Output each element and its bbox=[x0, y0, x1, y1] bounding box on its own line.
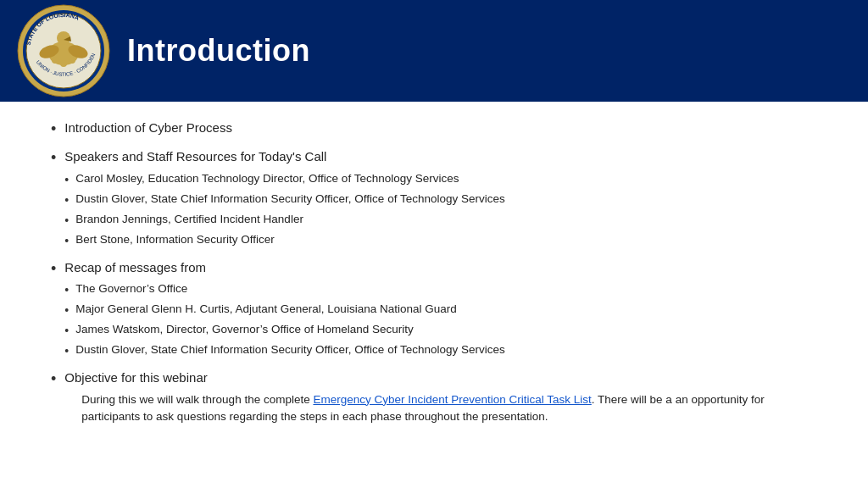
louisiana-seal-logo: STATE OF LOUISIANA UNION · JUSTICE · CON… bbox=[17, 4, 110, 97]
list-item-dustin2: • Dustin Glover, State Chief Information… bbox=[64, 341, 817, 360]
list-item-recap: • Recap of messages from • The Governor’… bbox=[51, 258, 817, 363]
svg-point-9 bbox=[60, 60, 67, 67]
item-text-intro: Introduction of Cyber Process bbox=[64, 119, 817, 138]
sub-bullet-icon: • bbox=[64, 342, 69, 360]
list-item-governors-office: • The Governor’s Office bbox=[64, 280, 817, 299]
content-area: • Introduction of Cyber Process • Speake… bbox=[0, 102, 868, 441]
sub-bullet-icon: • bbox=[64, 302, 69, 319]
sub-bullet-icon: • bbox=[64, 322, 69, 340]
sub-bullet-icon: • bbox=[64, 191, 69, 209]
list-item-intro: • Introduction of Cyber Process bbox=[51, 119, 817, 141]
item-text-objective: Objective for this webinar During this w… bbox=[64, 369, 817, 426]
objective-paragraph: During this we will walk through the com… bbox=[81, 391, 817, 427]
svg-point-8 bbox=[52, 57, 58, 64]
page-title: Introduction bbox=[127, 33, 310, 69]
bullet-icon-4: • bbox=[51, 368, 56, 391]
speakers-sub-list: • Carol Mosley, Education Technology Dir… bbox=[64, 170, 817, 250]
list-item-speakers: • Speakers and Staff Resources for Today… bbox=[51, 147, 817, 252]
svg-point-10 bbox=[69, 57, 75, 64]
item-text-speakers: Speakers and Staff Resources for Today's… bbox=[64, 147, 817, 252]
header: STATE OF LOUISIANA UNION · JUSTICE · CON… bbox=[0, 0, 868, 102]
list-item-major-general: • Major General Glenn H. Curtis, Adjutan… bbox=[64, 301, 817, 319]
emergency-task-list-link[interactable]: Emergency Cyber Incident Prevention Crit… bbox=[313, 393, 591, 406]
list-item-james: • James Watskom, Director, Governor’s Of… bbox=[64, 321, 817, 340]
list-item-brandon: • Brandon Jennings, Certified Incident H… bbox=[64, 211, 817, 230]
list-item-bert: • Bert Stone, Information Security Offic… bbox=[64, 231, 817, 250]
list-item-dustin1: • Dustin Glover, State Chief Information… bbox=[64, 191, 817, 209]
sub-bullet-icon: • bbox=[64, 232, 69, 250]
main-bullet-list: • Introduction of Cyber Process • Speake… bbox=[51, 119, 817, 426]
list-item-objective: • Objective for this webinar During this… bbox=[51, 369, 817, 426]
list-item-carol: • Carol Mosley, Education Technology Dir… bbox=[64, 170, 817, 189]
item-text-recap: Recap of messages from • The Governor’s … bbox=[64, 258, 817, 363]
recap-sub-list: • The Governor’s Office • Major General … bbox=[64, 280, 817, 360]
sub-bullet-icon: • bbox=[64, 281, 69, 299]
bullet-icon-2: • bbox=[51, 147, 56, 169]
bullet-icon-1: • bbox=[51, 118, 56, 141]
sub-bullet-icon: • bbox=[64, 171, 69, 189]
sub-bullet-icon: • bbox=[64, 212, 69, 230]
bullet-icon-3: • bbox=[51, 258, 56, 280]
